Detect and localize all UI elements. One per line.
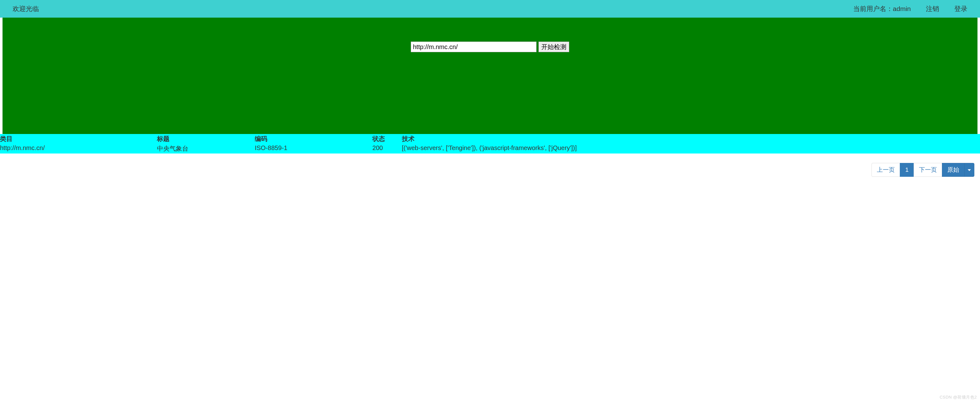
table-header-row: 类目 标题 编码 状态 技术 bbox=[0, 134, 980, 144]
pagination: 上一页 1 下一页 原始 bbox=[0, 154, 980, 177]
td-encoding: ISO-8859-1 bbox=[255, 144, 372, 154]
welcome-text: 欢迎光临 bbox=[13, 5, 39, 13]
logout-link[interactable]: 注销 bbox=[926, 5, 939, 13]
th-category: 类目 bbox=[0, 134, 157, 144]
th-encoding: 编码 bbox=[255, 134, 372, 144]
current-user-label: 当前用户名：admin bbox=[853, 5, 911, 13]
search-row: 开始检测 bbox=[411, 41, 569, 134]
dropdown-toggle-button[interactable] bbox=[964, 163, 974, 177]
login-link[interactable]: 登录 bbox=[954, 5, 967, 13]
original-button[interactable]: 原始 bbox=[942, 163, 964, 177]
chevron-down-icon bbox=[968, 169, 971, 171]
td-category: http://m.nmc.cn/ bbox=[0, 144, 157, 154]
header-right: 当前用户名：admin 注销 登录 bbox=[853, 5, 967, 13]
th-tech: 技术 bbox=[402, 134, 980, 144]
th-status: 状态 bbox=[372, 134, 402, 144]
td-tech: [('web-servers', ['Tengine']), ('javascr… bbox=[402, 144, 980, 154]
td-title: 中央气象台 bbox=[157, 144, 255, 154]
url-input[interactable] bbox=[411, 41, 536, 52]
prev-page-button[interactable]: 上一页 bbox=[872, 163, 900, 177]
results-table: 类目 标题 编码 状态 技术 http://m.nmc.cn/ 中央气象台 IS… bbox=[0, 134, 980, 154]
next-page-button[interactable]: 下一页 bbox=[914, 163, 942, 177]
start-detect-button[interactable]: 开始检测 bbox=[538, 41, 569, 52]
search-panel: 开始检测 bbox=[3, 17, 977, 134]
page-number-button[interactable]: 1 bbox=[900, 163, 914, 177]
top-header: 欢迎光临 当前用户名：admin 注销 登录 bbox=[0, 0, 980, 17]
td-status: 200 bbox=[372, 144, 402, 154]
th-title: 标题 bbox=[157, 134, 255, 144]
table-row: http://m.nmc.cn/ 中央气象台 ISO-8859-1 200 [(… bbox=[0, 144, 980, 154]
